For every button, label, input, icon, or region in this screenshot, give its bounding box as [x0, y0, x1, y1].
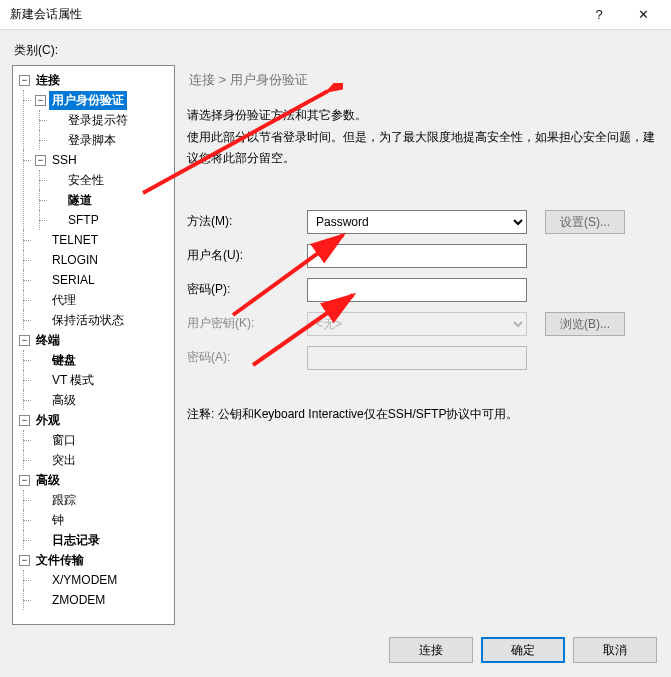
userkey-select: <无> [307, 312, 527, 336]
tree-zmodem[interactable]: ZMODEM [33, 590, 174, 610]
tree-vtmode[interactable]: VT 模式 [33, 370, 174, 390]
connect-button[interactable]: 连接 [389, 637, 473, 663]
collapse-icon[interactable]: − [19, 75, 30, 86]
footer-buttons: 连接 确定 取消 [389, 637, 657, 663]
password2-label: 密码(A): [187, 349, 297, 366]
collapse-icon[interactable]: − [19, 335, 30, 346]
tree-window[interactable]: 窗口 [33, 430, 174, 450]
breadcrumb: 连接 > 用户身份验证 [189, 71, 655, 89]
settings-panel: 连接 > 用户身份验证 请选择身份验证方法和其它参数。 使用此部分以节省登录时间… [183, 65, 659, 625]
dialog-content: 类别(C): −连接 −用户身份验证 登录提示符 登录脚本 [0, 30, 671, 677]
cancel-button[interactable]: 取消 [573, 637, 657, 663]
tree-xymodem[interactable]: X/YMODEM [33, 570, 174, 590]
tree-sftp[interactable]: SFTP [49, 210, 174, 230]
desc-line1: 请选择身份验证方法和其它参数。 [187, 105, 655, 127]
annotation-arrow-2 [223, 225, 353, 325]
tree-trace[interactable]: 跟踪 [33, 490, 174, 510]
collapse-icon[interactable]: − [35, 155, 46, 166]
category-label: 类别(C): [14, 42, 659, 59]
tree-appearance[interactable]: −外观 [17, 410, 174, 430]
titlebar: 新建会话属性 ? ✕ [0, 0, 671, 30]
method-label: 方法(M): [187, 213, 297, 230]
collapse-icon[interactable]: − [35, 95, 46, 106]
desc-line2: 使用此部分以节省登录时间。但是，为了最大限度地提高安全性，如果担心安全问题，建议… [187, 127, 655, 170]
collapse-icon[interactable]: − [19, 475, 30, 486]
tree-connection[interactable]: −连接 [17, 70, 174, 90]
method-select[interactable]: Password [307, 210, 527, 234]
tree-proxy[interactable]: 代理 [33, 290, 174, 310]
ok-button[interactable]: 确定 [481, 637, 565, 663]
tree-user-auth[interactable]: −用户身份验证 [33, 90, 174, 110]
tree-login-script[interactable]: 登录脚本 [49, 130, 174, 150]
username-input[interactable] [307, 244, 527, 268]
tree-security[interactable]: 安全性 [49, 170, 174, 190]
tree-logging[interactable]: 日志记录 [33, 530, 174, 550]
userkey-label: 用户密钥(K): [187, 315, 297, 332]
password-label: 密码(P): [187, 281, 297, 298]
tree-login-prompt[interactable]: 登录提示符 [49, 110, 174, 130]
password-input[interactable] [307, 278, 527, 302]
tree-highlight[interactable]: 突出 [33, 450, 174, 470]
username-label: 用户名(U): [187, 247, 297, 264]
tree-terminal[interactable]: −终端 [17, 330, 174, 350]
collapse-icon[interactable]: − [19, 555, 30, 566]
note: 注释: 公钥和Keyboard Interactive仅在SSH/SFTP协议中… [187, 406, 655, 423]
tree-telnet[interactable]: TELNET [33, 230, 174, 250]
password2-input [307, 346, 527, 370]
tree-keepalive[interactable]: 保持活动状态 [33, 310, 174, 330]
window-title: 新建会话属性 [10, 6, 577, 23]
tree-ssh[interactable]: −SSH [33, 150, 174, 170]
tree-rlogin[interactable]: RLOGIN [33, 250, 174, 270]
category-tree[interactable]: −连接 −用户身份验证 登录提示符 登录脚本 −SSH 安 [12, 65, 175, 625]
help-icon[interactable]: ? [577, 0, 621, 30]
tree-keyboard[interactable]: 键盘 [33, 350, 174, 370]
collapse-icon[interactable]: − [19, 415, 30, 426]
tree-serial[interactable]: SERIAL [33, 270, 174, 290]
tree-advanced[interactable]: −高级 [17, 470, 174, 490]
browse-button: 浏览(B)... [545, 312, 625, 336]
tree-advanced-terminal[interactable]: 高级 [33, 390, 174, 410]
settings-button: 设置(S)... [545, 210, 625, 234]
description: 请选择身份验证方法和其它参数。 使用此部分以节省登录时间。但是，为了最大限度地提… [187, 105, 655, 170]
tree-tunnel[interactable]: 隧道 [49, 190, 174, 210]
tree-file-transfer[interactable]: −文件传输 [17, 550, 174, 570]
tree-bell[interactable]: 钟 [33, 510, 174, 530]
close-icon[interactable]: ✕ [621, 0, 665, 30]
